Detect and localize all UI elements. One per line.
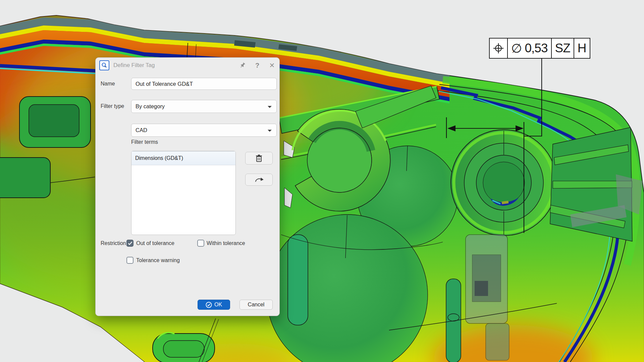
trash-icon [255, 154, 263, 162]
cancel-button[interactable]: Cancel [239, 300, 273, 310]
datum-cell: H [574, 39, 590, 58]
pin-icon[interactable] [235, 59, 250, 72]
tolerance-warning-checkbox[interactable] [126, 257, 133, 264]
delete-term-button[interactable] [245, 152, 273, 165]
out-of-tolerance-label: Out of tolerance [136, 240, 174, 246]
filter-type-dropdown[interactable]: By category [131, 100, 277, 113]
check-icon [128, 241, 132, 245]
filter-tag-icon [99, 60, 109, 70]
circular-boss-feature [451, 130, 557, 236]
diameter-symbol: ∅ [511, 41, 522, 56]
tolerance-value: 0,53 [525, 41, 548, 55]
tolerance-value-cell: ∅ 0,53 [508, 39, 552, 58]
chevron-down-icon [268, 106, 272, 108]
define-filter-tag-dialog: Define Filter Tag ? ✕ Name Out of Tolera… [95, 57, 280, 316]
category-dropdown[interactable]: CAD [131, 124, 277, 137]
out-of-tolerance-checkbox[interactable] [126, 240, 133, 247]
filter-terms-list[interactable]: Dimensions (GD&T) [131, 151, 236, 235]
cancel-button-label: Cancel [248, 302, 265, 308]
name-value: Out of Tolerance GD&T [136, 81, 193, 87]
name-label: Name [101, 81, 115, 87]
move-term-button[interactable] [245, 174, 273, 186]
filter-terms-label: Filter terms [131, 139, 158, 145]
filter-type-label: Filter type [101, 103, 124, 109]
application-window: ∅ 0,53 SZ H Define Filter Tag [0, 0, 644, 362]
tolerance-warning-label: Tolerance warning [136, 257, 180, 263]
ok-button-label: OK [214, 302, 222, 308]
within-tolerance-checkbox[interactable] [197, 240, 204, 247]
tolerance-zone-cell: SZ [552, 39, 574, 58]
within-tolerance-label: Within tolerance [207, 240, 245, 246]
position-tolerance-icon [490, 39, 508, 58]
restriction-label: Restriction [101, 240, 126, 246]
category-value: CAD [136, 127, 147, 133]
dialog-titlebar[interactable]: Define Filter Tag ? ✕ [96, 58, 279, 73]
list-item[interactable]: Dimensions (GD&T) [131, 151, 235, 165]
name-input[interactable]: Out of Tolerance GD&T [131, 78, 277, 90]
gdt-annotation[interactable]: ∅ 0,53 SZ H [489, 38, 590, 59]
close-icon[interactable]: ✕ [265, 59, 279, 72]
ok-button[interactable]: OK [198, 300, 230, 310]
dialog-title: Define Filter Tag [113, 62, 155, 69]
filter-type-value: By category [136, 103, 165, 110]
redo-arrow-icon [254, 176, 264, 183]
chevron-down-icon [268, 130, 272, 132]
ok-check-icon [206, 302, 212, 308]
list-item-label: Dimensions (GD&T) [135, 155, 183, 161]
help-icon[interactable]: ? [250, 59, 265, 72]
